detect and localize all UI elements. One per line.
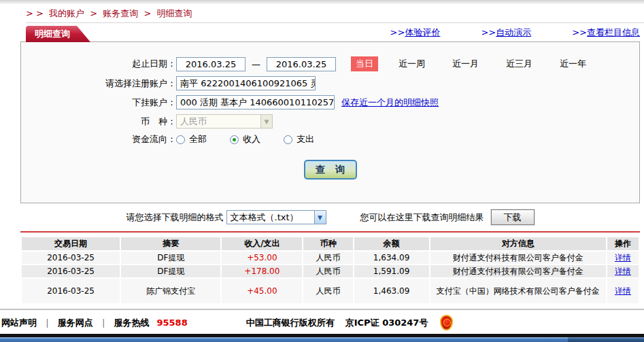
breadcrumb-prefix: > >: [26, 8, 44, 18]
query-form-panel: 起止日期： — 当日 近一周 近一月 近三月 近一年 请选择注册账户： 南平 6…: [20, 41, 640, 203]
range-today-button[interactable]: 当日: [351, 56, 378, 71]
breadcrumb-item-detail-query[interactable]: 明细查询: [156, 8, 192, 18]
date-range-row: 起止日期： — 当日 近一周 近一月 近三月 近一年: [21, 56, 639, 71]
detail-link[interactable]: 详情: [615, 267, 631, 276]
breadcrumb-item-my-account[interactable]: 我的账户: [49, 8, 84, 18]
detail-link[interactable]: 详情: [615, 253, 631, 262]
icbc-emblem-icon[interactable]: [440, 315, 453, 330]
radio-unchecked-icon: [176, 135, 185, 144]
auto-demo-link[interactable]: >>自动演示: [481, 27, 531, 39]
table-row: 2016-03-25 DF提现 +53.00 人民币 1,634.09 财付通支…: [22, 252, 639, 264]
footer-copyright: 中国工商银行版权所有 京ICP证 030247号: [246, 317, 428, 329]
flow-all-radio[interactable]: 全部: [176, 133, 207, 146]
top-links: >>体验评价 >>自动演示 >>查看栏目信息: [390, 27, 640, 41]
footer: 网站声明 ｜ 服务网点 ｜ 服务热线 95588 中国工商银行版权所有 京ICP…: [0, 309, 644, 342]
date-range-label: 起止日期：: [21, 58, 176, 70]
table-top-divider: [20, 231, 640, 233]
download-format-label: 请您选择下载明细的格式: [126, 211, 224, 224]
download-format-select[interactable]: 文本格式（.txt） ▼: [226, 210, 326, 224]
download-row: 请您选择下载明细的格式 文本格式（.txt） ▼ 您可以在这里下载查询明细结果 …: [20, 209, 640, 225]
hotline-label: 服务热线: [114, 317, 149, 329]
service-branches-link[interactable]: 服务网点: [58, 317, 93, 329]
page: > > 我的账户 > 账务查询 > 明细查询 明细查询 >>体验评价 >>自动演…: [0, 0, 644, 342]
detail-link[interactable]: 详情: [615, 286, 631, 296]
table-row: 2016-03-25 陈广锦支付宝 +45.00 人民币 1,463.09 支付…: [22, 279, 639, 303]
register-account-select[interactable]: 南平 6222001406100921065 灵通卡 ▼: [176, 76, 316, 90]
bottom-blue-bar: [0, 337, 644, 342]
bottom-blue-bar-dark-segment: [568, 337, 644, 342]
main-content: 明细查询 >>体验评价 >>自动演示 >>查看栏目信息 起止日期： — 当日 近…: [20, 26, 640, 305]
start-date-input[interactable]: [176, 57, 245, 71]
transactions-table: 交易日期 摘要 收入/支出 币种 余额 对方信息 操作 2016-03-25 D…: [20, 236, 640, 305]
chevron-down-icon: ▼: [314, 211, 326, 224]
flow-radio-group: 全部 收入 支出: [176, 133, 314, 146]
breadcrumb-item-account-query[interactable]: 账务查询: [103, 8, 138, 18]
breadcrumb-divider: [26, 22, 644, 23]
chevron-down-icon: ▼: [260, 115, 272, 128]
footer-links: 网站声明 ｜ 服务网点 ｜ 服务热线 95588: [1, 317, 188, 329]
hotline-number: 95588: [156, 318, 187, 328]
col-counterparty: 对方信息: [430, 237, 606, 250]
currency-select-disabled: 人民币 ▼: [176, 114, 273, 129]
col-amount: 收入/支出: [222, 237, 302, 250]
site-statement-link[interactable]: 网站声明: [1, 317, 37, 329]
flow-direction-row: 资金流向： 全部 收入 支出: [21, 133, 639, 146]
breadcrumb-separator: >: [143, 8, 151, 18]
experience-rating-link[interactable]: >>体验评价: [390, 27, 441, 39]
flow-direction-label: 资金流向：: [21, 133, 176, 146]
table-row: 2016-03-25 DF提现 +178.00 人民币 1,591.09 财付通…: [22, 265, 639, 277]
download-button[interactable]: 下载: [491, 209, 535, 225]
flow-income-radio[interactable]: 收入: [230, 133, 260, 146]
table-header-row: 交易日期 摘要 收入/支出 币种 余额 对方信息 操作: [22, 237, 639, 250]
breadcrumb: > > 我的账户 > 账务查询 > 明细查询: [0, 4, 644, 22]
quick-ranges: 近一周 近一月 近三月 近一年: [399, 58, 586, 70]
col-currency: 币种: [303, 237, 352, 250]
flow-expense-radio[interactable]: 支出: [284, 133, 314, 146]
col-summary: 摘要: [121, 237, 220, 250]
register-account-row: 请选择注册账户： 南平 6222001406100921065 灵通卡 ▼: [21, 76, 639, 90]
breadcrumb-separator: >: [90, 8, 97, 18]
download-hint: 您可以在这里下载查询明细结果: [360, 211, 484, 224]
tab-detail-query[interactable]: 明细查询: [26, 26, 90, 42]
save-snapshot-link[interactable]: 保存近一个月的明细快照: [341, 97, 439, 109]
copyright-text: 中国工商银行版权所有: [246, 317, 335, 329]
currency-label: 币 种：: [21, 116, 176, 128]
date-dash: —: [252, 59, 260, 69]
range-year-button[interactable]: 近一年: [560, 58, 586, 70]
icp-license: 京ICP证 030247号: [345, 317, 428, 329]
sub-account-row: 下挂账户： 000 活期 基本户 1406600101102571848 ▼ 保…: [21, 95, 639, 109]
column-info-link[interactable]: >>查看栏目信息: [572, 27, 640, 39]
radio-unchecked-icon: [284, 135, 292, 144]
end-date-input[interactable]: [267, 57, 336, 71]
col-action: 操作: [607, 237, 639, 250]
range-quarter-button[interactable]: 近三月: [506, 58, 532, 70]
range-week-button[interactable]: 近一周: [399, 58, 425, 70]
register-account-label: 请选择注册账户：: [21, 78, 176, 90]
col-date: 交易日期: [22, 237, 120, 250]
query-button[interactable]: 查 询: [304, 160, 357, 179]
col-balance: 余额: [354, 237, 429, 250]
range-month-button[interactable]: 近一月: [452, 58, 479, 70]
currency-row: 币 种： 人民币 ▼: [21, 114, 639, 129]
radio-checked-icon: [230, 135, 239, 144]
sub-account-select[interactable]: 000 活期 基本户 1406600101102571848 ▼: [176, 95, 335, 109]
tab-row: 明细查询 >>体验评价 >>自动演示 >>查看栏目信息: [20, 26, 640, 41]
sub-account-label: 下挂账户：: [21, 97, 176, 109]
